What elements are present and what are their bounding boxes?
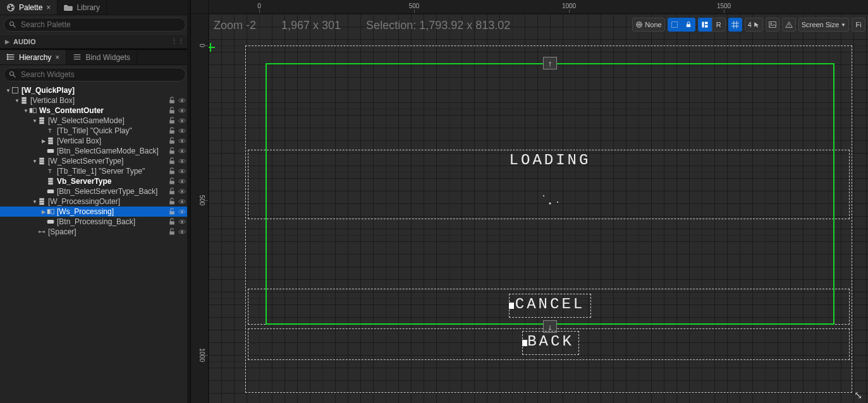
- lock-open-icon[interactable]: [168, 157, 176, 165]
- lock-open-icon[interactable]: [168, 228, 176, 236]
- eye-icon[interactable]: [178, 177, 186, 185]
- eye-icon[interactable]: [178, 97, 186, 104]
- tree-row[interactable]: ▼Ws_ContentOuter: [0, 105, 190, 116]
- eye-icon[interactable]: [178, 167, 186, 175]
- tree-row[interactable]: ▶[Btn_SelectServerType_Back]: [0, 186, 190, 196]
- canvas-area[interactable]: ↑ ↓ LOADING CANCEL BACK: [209, 14, 868, 403]
- dashed-outline-button[interactable]: [668, 18, 682, 32]
- localization-label: None: [645, 21, 661, 28]
- svg-point-30: [181, 140, 183, 142]
- tree-row[interactable]: ▼[W_SelectGameMode]: [0, 116, 190, 126]
- designer-viewport[interactable]: 050010001500 05001000 Zoom -2 1,967 x 30…: [191, 0, 868, 403]
- tab-hierarchy[interactable]: Hierarchy ×: [0, 50, 66, 64]
- widget-type-icon: [11, 87, 19, 94]
- tab-library[interactable]: Library: [58, 0, 107, 15]
- eye-icon[interactable]: [178, 208, 186, 215]
- eye-icon[interactable]: [178, 107, 186, 114]
- lock-button[interactable]: [682, 18, 695, 32]
- anchor-top[interactable]: ↑: [543, 57, 557, 69]
- warning-button[interactable]: [782, 18, 796, 32]
- lock-open-icon[interactable]: [168, 127, 176, 135]
- layout-flow-button[interactable]: [698, 18, 712, 32]
- image-preview-button[interactable]: [766, 18, 779, 32]
- tree-label: [Tb_Title] "Quick Play": [57, 126, 166, 135]
- hierarchy-tree[interactable]: ▼[W_QuickPlay]▼[Vertical Box]▼Ws_Content…: [0, 84, 190, 403]
- cursor-icon: [754, 21, 760, 28]
- svg-rect-69: [705, 25, 708, 28]
- eye-icon[interactable]: [178, 198, 186, 205]
- tree-row[interactable]: ▶[Btn_SelectGameMode_Back]: [0, 146, 190, 156]
- svg-point-73: [788, 26, 789, 27]
- fill-button[interactable]: Fi: [852, 18, 865, 32]
- lock-open-icon[interactable]: [168, 218, 176, 226]
- search-widgets-input[interactable]: [4, 68, 186, 81]
- tree-row[interactable]: ▶[Spacer]: [0, 227, 190, 237]
- palette-section-label: AUDIO: [13, 38, 35, 45]
- eye-icon[interactable]: [178, 117, 186, 124]
- svg-point-58: [181, 210, 183, 213]
- cancel-button-widget[interactable]: CANCEL: [509, 294, 591, 318]
- chevron-down-icon[interactable]: ▼: [23, 108, 29, 114]
- back-button-widget[interactable]: BACK: [522, 331, 579, 355]
- svg-rect-59: [47, 220, 54, 224]
- tree-row[interactable]: ▶T[Tb_Title] "Quick Play": [0, 126, 190, 136]
- svg-point-2: [11, 5, 13, 6]
- svg-rect-65: [671, 22, 677, 28]
- respect-locks-button[interactable]: R: [712, 18, 726, 32]
- tree-row[interactable]: ▶T[Tb_Title_1] "Server Type": [0, 166, 190, 176]
- lock-open-icon[interactable]: [168, 97, 176, 104]
- tree-row[interactable]: ▼[W_ProcessingOuter]: [0, 196, 190, 207]
- svg-rect-44: [48, 183, 53, 184]
- svg-point-71: [770, 23, 771, 24]
- grid-size-button[interactable]: 4: [745, 18, 763, 32]
- eye-icon[interactable]: [178, 137, 186, 145]
- hierarchy-icon: [6, 53, 15, 62]
- chevron-right-icon[interactable]: ▶: [40, 138, 47, 144]
- resize-handle[interactable]: [509, 303, 514, 309]
- resize-corner-icon[interactable]: [854, 389, 865, 400]
- eye-icon[interactable]: [178, 147, 186, 155]
- eye-icon[interactable]: [178, 218, 186, 226]
- widget-type-icon: [47, 218, 54, 226]
- localization-button[interactable]: None: [632, 18, 664, 32]
- eye-icon[interactable]: [178, 228, 186, 236]
- tree-row[interactable]: ▶[Btn_Processing_Back]: [0, 217, 190, 227]
- chevron-down-icon[interactable]: ▼: [14, 98, 20, 104]
- chevron-down-icon[interactable]: ▼: [5, 88, 11, 93]
- tree-row[interactable]: ▶[Ws_Processing]: [0, 207, 190, 217]
- svg-rect-9: [21, 97, 27, 99]
- lock-open-icon[interactable]: [168, 177, 176, 185]
- tree-row[interactable]: ▶[Vertical Box]: [0, 136, 190, 146]
- chevron-down-icon[interactable]: ▼: [32, 199, 38, 205]
- close-icon[interactable]: ×: [55, 53, 59, 62]
- chevron-right-icon[interactable]: ▶: [40, 209, 47, 215]
- lock-open-icon[interactable]: [168, 198, 176, 205]
- resize-handle[interactable]: [522, 340, 527, 346]
- lock-open-icon[interactable]: [168, 107, 176, 114]
- chevron-down-icon[interactable]: ▼: [32, 159, 38, 164]
- eye-icon[interactable]: [178, 188, 186, 195]
- svg-rect-70: [769, 22, 776, 28]
- lock-open-icon[interactable]: [168, 117, 176, 124]
- chevron-down-icon[interactable]: ▼: [32, 118, 38, 124]
- close-icon[interactable]: ×: [46, 3, 51, 12]
- palette-section-audio[interactable]: ▶ AUDIO ⋮⋮: [0, 34, 190, 49]
- lock-open-icon[interactable]: [168, 167, 176, 175]
- tree-row[interactable]: ▶Vb_ServerType: [0, 176, 190, 186]
- screen-size-dropdown[interactable]: Screen Size ▼: [798, 18, 849, 32]
- lock-open-icon[interactable]: [168, 137, 176, 145]
- eye-icon[interactable]: [178, 157, 186, 165]
- panel-scrollbar[interactable]: [187, 0, 190, 403]
- tab-palette[interactable]: Palette ×: [0, 0, 58, 15]
- lock-open-icon[interactable]: [168, 147, 176, 155]
- tab-bind-widgets[interactable]: Bind Widgets: [66, 50, 137, 64]
- lock-open-icon[interactable]: [168, 208, 176, 215]
- eye-icon[interactable]: [178, 127, 186, 135]
- search-palette-input[interactable]: [4, 18, 186, 32]
- tree-row[interactable]: ▼[W_SelectServerType]: [0, 156, 190, 166]
- svg-rect-37: [169, 160, 174, 164]
- lock-open-icon[interactable]: [168, 188, 176, 195]
- tree-row[interactable]: ▼[Vertical Box]: [0, 95, 190, 105]
- tree-row[interactable]: ▼[W_QuickPlay]: [0, 85, 190, 95]
- grid-snap-button[interactable]: [728, 18, 742, 32]
